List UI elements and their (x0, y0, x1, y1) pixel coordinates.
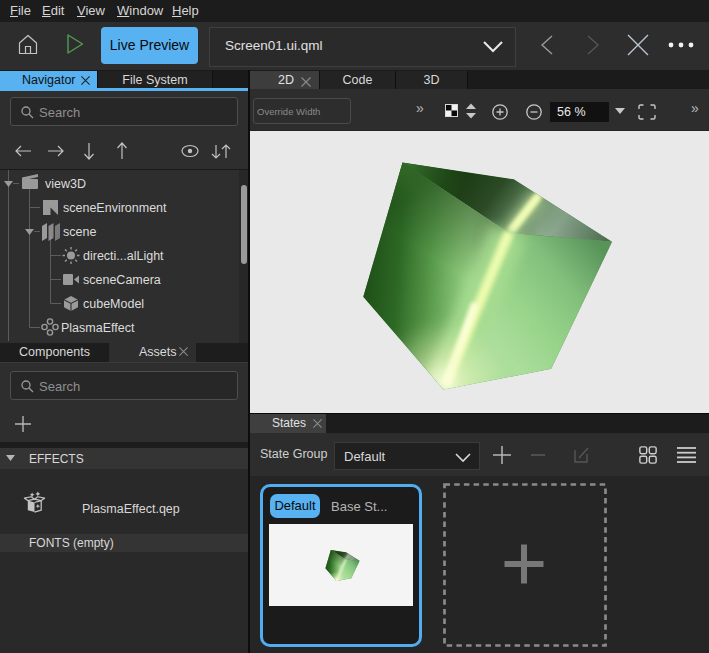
svg-text:scene: scene (63, 225, 96, 239)
svg-text:sceneCamera: sceneCamera (83, 273, 161, 287)
svg-text:PlasmaEffect: PlasmaEffect (61, 321, 135, 335)
svg-text:directi...alLight: directi...alLight (83, 249, 164, 263)
svg-text:sceneEnvironment: sceneEnvironment (63, 201, 167, 215)
svg-text:cubeModel: cubeModel (83, 297, 144, 311)
svg-text:view3D: view3D (45, 177, 86, 191)
